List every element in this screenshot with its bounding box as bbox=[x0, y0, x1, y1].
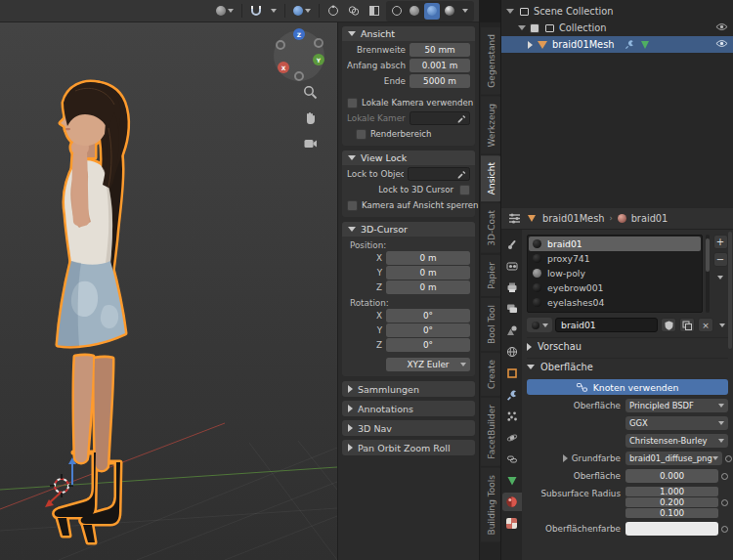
camera-to-view-checkbox[interactable] bbox=[347, 200, 358, 211]
panel-sammlungen-header[interactable]: Sammlungen bbox=[342, 381, 475, 397]
breadcrumb-object[interactable]: braid01Mesh bbox=[542, 213, 604, 224]
radius-z-field[interactable]: 0.100 bbox=[625, 508, 718, 518]
zoom-button[interactable] bbox=[301, 83, 319, 101]
outliner-row-braid01mesh[interactable]: braid01Mesh bbox=[501, 36, 733, 53]
pivot-point-dropdown[interactable] bbox=[213, 3, 237, 20]
panel-3d-cursor-header[interactable]: 3D-Cursor bbox=[342, 222, 475, 237]
show-gizmo-toggle[interactable] bbox=[324, 3, 342, 20]
visibility-toggle[interactable] bbox=[715, 22, 728, 33]
navigation-gizmo[interactable]: Z Y X bbox=[274, 30, 324, 81]
clip-end-field[interactable]: 5000 m bbox=[410, 74, 470, 88]
new-material-button[interactable] bbox=[679, 318, 695, 332]
proportional-editing-dropdown[interactable] bbox=[290, 3, 314, 20]
slot-specials-menu[interactable] bbox=[713, 270, 728, 284]
material-filter-dropdown[interactable] bbox=[716, 318, 728, 332]
fake-user-button[interactable] bbox=[661, 318, 676, 332]
cursor-pos-z-field[interactable]: 0 m bbox=[386, 280, 470, 294]
slot-row[interactable]: proxy741 bbox=[529, 251, 701, 266]
expand-icon[interactable] bbox=[506, 9, 514, 14]
tab-particles[interactable] bbox=[502, 407, 522, 425]
shading-wireframe-button[interactable] bbox=[389, 3, 405, 20]
tab-material[interactable] bbox=[502, 493, 522, 511]
gizmo-minus-z[interactable] bbox=[294, 71, 304, 81]
cursor-rot-y-field[interactable]: 0° bbox=[386, 323, 470, 337]
tab-modifiers[interactable] bbox=[502, 385, 522, 404]
collection-checkbox[interactable] bbox=[530, 23, 539, 33]
base-color-texture-dropdown[interactable]: braid01_diffuse_png bbox=[625, 452, 722, 465]
tab-object[interactable] bbox=[502, 364, 522, 382]
slot-list-scrollbar[interactable] bbox=[706, 235, 710, 313]
outliner-row-scene-collection[interactable]: Scene Collection bbox=[501, 3, 733, 20]
radius-x-field[interactable]: 1.000 bbox=[625, 487, 718, 496]
panel-view-lock-header[interactable]: View Lock bbox=[342, 151, 475, 165]
panel-3d-nav-header[interactable]: 3D Nav bbox=[342, 420, 475, 436]
add-slot-button[interactable]: + bbox=[713, 235, 728, 249]
breadcrumb-material[interactable]: braid01 bbox=[631, 213, 668, 224]
visibility-toggle[interactable] bbox=[715, 39, 728, 50]
shading-dropdown[interactable] bbox=[459, 3, 471, 20]
properties-editor-icon[interactable] bbox=[508, 213, 521, 224]
eyedropper-icon[interactable] bbox=[456, 169, 466, 179]
camera-view-button[interactable] bbox=[301, 134, 319, 151]
panel-pan-orbit-header[interactable]: Pan Orbit Zoom Roll bbox=[342, 440, 475, 455]
snap-dropdown[interactable] bbox=[268, 3, 280, 20]
distribution-dropdown[interactable]: GGX bbox=[625, 416, 728, 430]
show-overlays-toggle[interactable] bbox=[345, 3, 363, 20]
local-camera-checkbox[interactable] bbox=[347, 98, 358, 108]
character-model[interactable] bbox=[15, 73, 191, 560]
browse-material-button[interactable] bbox=[527, 318, 552, 332]
cursor-rot-z-field[interactable]: 0° bbox=[386, 338, 470, 352]
tab-create[interactable]: Create bbox=[481, 353, 501, 396]
expand-icon[interactable] bbox=[518, 25, 526, 30]
outliner-row-collection[interactable]: Collection bbox=[501, 20, 733, 36]
radius-y-field[interactable]: 0.200 bbox=[625, 497, 718, 507]
slot-row[interactable]: braid01 bbox=[529, 237, 701, 251]
gizmo-x-axis[interactable]: X bbox=[278, 62, 289, 73]
panel-ansicht-header[interactable]: Ansicht bbox=[342, 26, 475, 41]
tab-view-layer[interactable] bbox=[502, 299, 522, 318]
tab-object-data[interactable] bbox=[502, 471, 522, 490]
slot-row[interactable]: low-poly bbox=[529, 266, 701, 280]
sss-color-swatch[interactable] bbox=[625, 522, 718, 536]
gizmo-z-axis[interactable]: Z bbox=[293, 28, 305, 40]
animate-dot[interactable] bbox=[725, 455, 732, 462]
use-nodes-button[interactable]: Knoten verwenden bbox=[527, 379, 728, 395]
material-name-field[interactable]: braid01 bbox=[555, 318, 658, 332]
properties-scrollbar[interactable] bbox=[728, 232, 732, 349]
tab-gegenstand[interactable]: Gegenstand bbox=[481, 27, 501, 95]
animate-dot[interactable] bbox=[721, 526, 728, 533]
local-camera-field[interactable] bbox=[410, 111, 470, 125]
eyedropper-icon[interactable] bbox=[456, 113, 466, 123]
collapsed-icon[interactable] bbox=[528, 41, 533, 49]
focal-length-field[interactable]: 50 mm bbox=[410, 43, 470, 57]
slot-row[interactable]: eyebrow001 bbox=[529, 280, 701, 295]
snap-toggle[interactable] bbox=[247, 3, 265, 20]
panel-annotations-header[interactable]: Annotations bbox=[342, 401, 475, 416]
gizmo-y-axis[interactable]: Y bbox=[313, 54, 324, 65]
viewport-canvas[interactable]: Z Y X bbox=[0, 22, 337, 560]
tab-output[interactable] bbox=[502, 278, 522, 296]
tab-texture[interactable] bbox=[502, 514, 522, 533]
lock-to-object-field[interactable] bbox=[408, 167, 470, 181]
animate-dot[interactable] bbox=[721, 499, 728, 506]
gizmo-minus-y[interactable] bbox=[314, 38, 323, 48]
shading-rendered-button[interactable] bbox=[442, 3, 457, 20]
collapsed-icon[interactable] bbox=[563, 454, 568, 462]
tab-bool-tool[interactable]: Bool Tool bbox=[481, 298, 501, 351]
tab-tool[interactable] bbox=[502, 235, 522, 253]
tab-render[interactable] bbox=[502, 256, 522, 275]
shading-solid-button[interactable] bbox=[407, 3, 422, 20]
remove-slot-button[interactable]: − bbox=[713, 252, 728, 267]
subsurface-value-field[interactable]: 0.000 bbox=[625, 469, 718, 483]
rotation-mode-dropdown[interactable]: XYZ Euler bbox=[386, 358, 470, 371]
pan-button[interactable] bbox=[301, 108, 319, 126]
lock-to-cursor-checkbox[interactable] bbox=[459, 185, 470, 195]
3d-viewport[interactable]: Z Y X Ansicht B bbox=[0, 0, 479, 560]
shading-material-button[interactable] bbox=[424, 3, 440, 20]
preview-section-header[interactable]: Vorschau bbox=[527, 337, 728, 353]
animate-dot[interactable] bbox=[721, 473, 728, 480]
cursor-pos-x-field[interactable]: 0 m bbox=[386, 251, 470, 265]
tab-ansicht[interactable]: Ansicht bbox=[481, 155, 501, 201]
cursor-pos-y-field[interactable]: 0 m bbox=[386, 266, 470, 280]
unlink-material-button[interactable]: × bbox=[698, 318, 713, 332]
